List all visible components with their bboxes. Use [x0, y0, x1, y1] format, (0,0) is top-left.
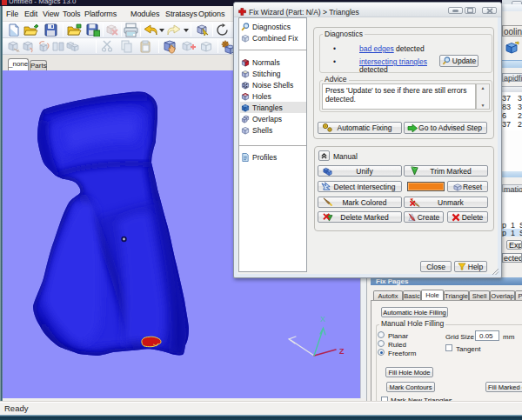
svg-text:X: X [320, 315, 325, 323]
svg-text:Z: Z [339, 347, 345, 356]
